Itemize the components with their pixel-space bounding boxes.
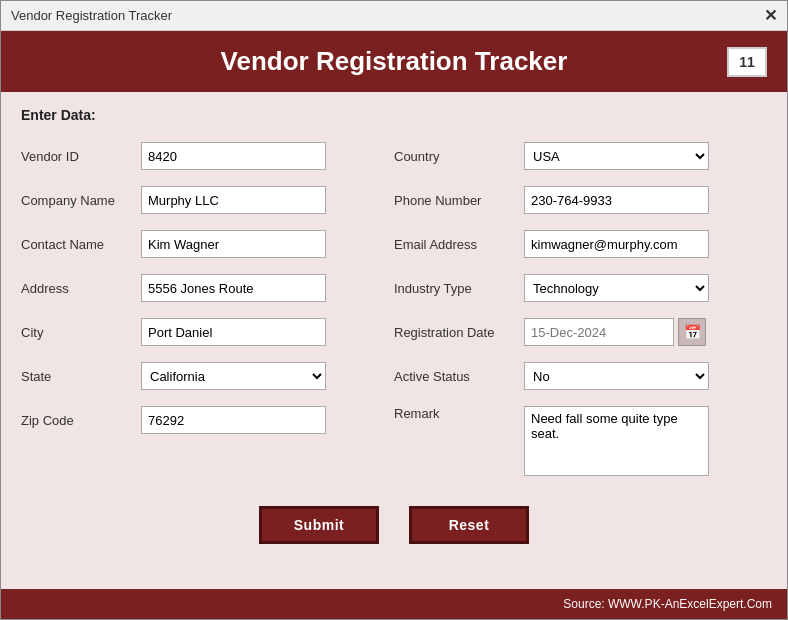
zip-code-row: Zip Code (21, 402, 394, 438)
button-row: Submit Reset (21, 496, 767, 554)
form-grid: Vendor ID Company Name Contact Name Addr… (21, 138, 767, 476)
company-name-label: Company Name (21, 193, 141, 208)
email-address-input[interactable] (524, 230, 709, 258)
active-status-select[interactable]: No Yes (524, 362, 709, 390)
country-label: Country (394, 149, 524, 164)
address-label: Address (21, 281, 141, 296)
vendor-id-input[interactable] (141, 142, 326, 170)
country-row: Country USA Canada UK Australia (394, 138, 767, 174)
reset-button[interactable]: Reset (409, 506, 529, 544)
state-select[interactable]: California New York Texas Florida (141, 362, 326, 390)
active-status-row: Active Status No Yes (394, 358, 767, 394)
active-status-label: Active Status (394, 369, 524, 384)
zip-code-input[interactable] (141, 406, 326, 434)
city-label: City (21, 325, 141, 340)
contact-name-input[interactable] (141, 230, 326, 258)
contact-name-label: Contact Name (21, 237, 141, 252)
phone-number-input[interactable] (524, 186, 709, 214)
address-row: Address (21, 270, 394, 306)
city-row: City (21, 314, 394, 350)
main-window: Vendor Registration Tracker ✕ Vendor Reg… (0, 0, 788, 620)
state-row: State California New York Texas Florida (21, 358, 394, 394)
country-select[interactable]: USA Canada UK Australia (524, 142, 709, 170)
window-title: Vendor Registration Tracker (11, 8, 172, 23)
section-title: Enter Data: (21, 107, 767, 123)
header: Vendor Registration Tracker 11 (1, 31, 787, 92)
company-name-row: Company Name (21, 182, 394, 218)
vendor-id-label: Vendor ID (21, 149, 141, 164)
registration-date-label: Registration Date (394, 325, 524, 340)
zip-code-label: Zip Code (21, 413, 141, 428)
industry-type-label: Industry Type (394, 281, 524, 296)
page-badge: 11 (727, 47, 767, 77)
close-button[interactable]: ✕ (764, 6, 777, 25)
title-bar: Vendor Registration Tracker ✕ (1, 1, 787, 31)
main-content: Enter Data: Vendor ID Company Name Conta… (1, 92, 787, 589)
calendar-button[interactable]: 📅 (678, 318, 706, 346)
remark-textarea[interactable]: Need fall some quite type seat. (524, 406, 709, 476)
registration-date-input[interactable] (524, 318, 674, 346)
industry-type-select[interactable]: Technology Finance Healthcare Retail (524, 274, 709, 302)
app-title: Vendor Registration Tracker (11, 46, 777, 77)
remark-label: Remark (394, 406, 524, 421)
footer-text: Source: WWW.PK-AnExcelExpert.Com (563, 597, 772, 611)
address-input[interactable] (141, 274, 326, 302)
form-right: Country USA Canada UK Australia Phone Nu… (394, 138, 767, 476)
company-name-input[interactable] (141, 186, 326, 214)
state-label: State (21, 369, 141, 384)
contact-name-row: Contact Name (21, 226, 394, 262)
footer: Source: WWW.PK-AnExcelExpert.Com (1, 589, 787, 619)
remark-row: Remark Need fall some quite type seat. (394, 402, 767, 476)
industry-type-row: Industry Type Technology Finance Healthc… (394, 270, 767, 306)
registration-date-row: Registration Date 📅 (394, 314, 767, 350)
city-input[interactable] (141, 318, 326, 346)
email-address-label: Email Address (394, 237, 524, 252)
vendor-id-row: Vendor ID (21, 138, 394, 174)
phone-number-row: Phone Number (394, 182, 767, 218)
date-row: 📅 (524, 318, 706, 346)
submit-button[interactable]: Submit (259, 506, 379, 544)
email-address-row: Email Address (394, 226, 767, 262)
form-left: Vendor ID Company Name Contact Name Addr… (21, 138, 394, 476)
phone-number-label: Phone Number (394, 193, 524, 208)
